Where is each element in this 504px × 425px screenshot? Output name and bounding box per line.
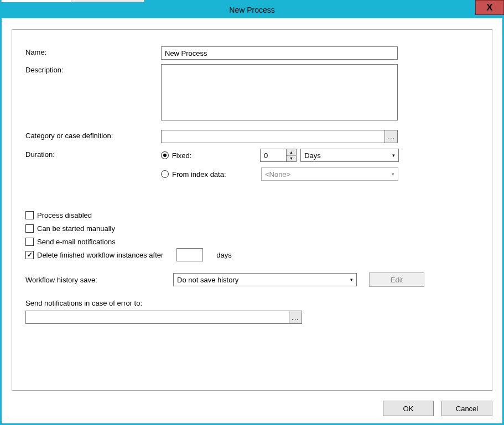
close-button[interactable]: X (475, 0, 504, 15)
duration-index-combo: <None> ▾ (261, 167, 398, 181)
send-email-label: Send e-mail notifications (37, 238, 116, 246)
error-notif-picker: ... (25, 311, 302, 324)
row-description: Description: (25, 64, 479, 122)
duration-index-label: From index data: (172, 170, 258, 179)
window-title: New Process (229, 6, 274, 14)
chevron-down-icon: ▾ (347, 277, 356, 282)
titlebar: New Process X (2, 2, 502, 18)
duration-index-value: <None> (265, 170, 290, 179)
error-notif-browse-button[interactable]: ... (289, 311, 302, 324)
cancel-button[interactable]: Cancel (441, 401, 492, 416)
tab-email-notifications[interactable]: E-mail Notifications (71, 0, 144, 2)
manual-start-checkbox[interactable] (25, 224, 34, 233)
row-can-be-started-manually: Can be started manually (25, 222, 479, 235)
ellipsis-icon: ... (292, 313, 299, 322)
row-duration-fixed: Duration: Fixed: ▲ ▼ (25, 149, 479, 162)
tab-process-definition[interactable]: Process Definition (1, 0, 71, 2)
duration-unit-value: Days (304, 151, 321, 160)
category-input[interactable] (161, 130, 385, 143)
edit-button-label: Edit (391, 276, 403, 284)
tab-panel: Name: Description: Category or case defi… (12, 29, 492, 391)
cancel-label: Cancel (456, 405, 478, 413)
duration-fixed-label: Fixed: (172, 151, 257, 160)
duration-unit-combo[interactable]: Days ▾ (300, 149, 399, 162)
row-name: Name: (25, 46, 479, 60)
tab-label: Process Definition (7, 0, 65, 1)
duration-index-radio[interactable] (161, 170, 169, 178)
delete-finished-days-input[interactable] (176, 248, 203, 261)
manual-start-label: Can be started manually (37, 224, 115, 233)
history-save-value: Do not save history (177, 276, 238, 284)
row-process-disabled: Process disabled (25, 208, 479, 222)
close-icon: X (486, 2, 492, 13)
row-category: Category or case definition: ... (25, 130, 479, 143)
duration-value-input[interactable] (260, 149, 287, 162)
spinner-up-button[interactable]: ▲ (287, 149, 296, 156)
ok-label: OK (403, 405, 414, 413)
duration-label: Duration: (25, 149, 161, 159)
spinner-down-button[interactable]: ▼ (287, 156, 296, 162)
category-label: Category or case definition: (25, 130, 161, 140)
new-process-dialog: New Process X Process Definition E-mail … (0, 0, 504, 425)
chevron-down-icon: ▾ (389, 153, 398, 158)
history-label: Workflow history save: (25, 276, 161, 284)
process-disabled-label: Process disabled (37, 211, 92, 219)
name-input[interactable] (161, 46, 398, 60)
process-disabled-checkbox[interactable] (25, 211, 34, 219)
duration-fixed-radio[interactable] (161, 151, 169, 159)
description-input[interactable] (161, 64, 398, 120)
error-notif-label: Send notifications in case of error to: (25, 299, 479, 307)
row-duration-index: From index data: <None> ▾ (25, 167, 479, 181)
error-notif-input[interactable] (25, 311, 289, 324)
name-label: Name: (25, 46, 161, 56)
tab-strip: Process Definition E-mail Notifications (1, 0, 144, 2)
history-save-combo[interactable]: Do not save history ▾ (173, 273, 357, 286)
row-send-email-notifications: Send e-mail notifications (25, 235, 479, 248)
category-browse-button[interactable]: ... (385, 130, 398, 143)
ellipsis-icon: ... (387, 133, 395, 141)
delete-finished-label: Delete finished workflow instances after (37, 251, 163, 259)
checkbox-block: Process disabled Can be started manually… (25, 208, 479, 261)
dialog-body: Process Definition E-mail Notifications … (2, 18, 502, 425)
chevron-down-icon: ▾ (388, 171, 398, 177)
send-email-checkbox[interactable] (25, 238, 34, 246)
row-history-save: Workflow history save: Do not save histo… (25, 272, 479, 287)
duration-value-spinner: ▲ ▼ (260, 149, 297, 162)
description-label: Description: (25, 64, 161, 74)
ok-button[interactable]: OK (383, 401, 434, 416)
tab-label: E-mail Notifications (77, 0, 138, 1)
days-label: days (216, 251, 231, 259)
row-delete-finished: Delete finished workflow instances after… (25, 248, 479, 261)
form-area: Name: Description: Category or case defi… (12, 30, 492, 333)
dialog-buttons: OK Cancel (12, 401, 492, 416)
delete-finished-checkbox[interactable] (25, 251, 34, 259)
history-edit-button: Edit (369, 272, 424, 287)
